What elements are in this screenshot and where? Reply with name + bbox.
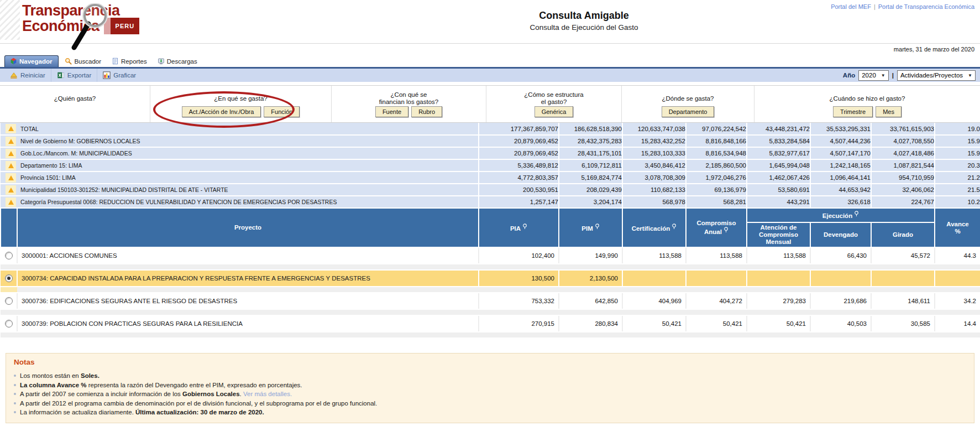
filter-trimestre-button[interactable]: Trimestre bbox=[833, 106, 873, 117]
project-row[interactable]: 3000001: ACCIONES COMUNES102,400149,9901… bbox=[1, 247, 980, 264]
note-item: A partir del 2007 se comienza a incluir … bbox=[14, 389, 966, 399]
tab-navegador[interactable]: Navegador bbox=[4, 55, 59, 67]
filter-fuente-button[interactable]: Fuente bbox=[375, 106, 408, 117]
project-row[interactable]: 3000739: POBLACION CON PRACTICAS SEGURAS… bbox=[1, 315, 980, 332]
filter-act-accion-inv-obra-button[interactable]: Act./Acción de Inv./Obra bbox=[182, 106, 261, 117]
filter-departamento-button[interactable]: Departamento bbox=[662, 106, 715, 117]
drilldown-value: 15,283,103,333 bbox=[622, 147, 686, 159]
radio-button-icon[interactable] bbox=[5, 252, 13, 259]
excel-icon bbox=[57, 71, 65, 79]
drilldown-row[interactable]: Gob.Loc./Mancom. M: MUNICIPALIDADES20,87… bbox=[1, 147, 980, 159]
drilldown-value: 2,185,860,500 bbox=[686, 159, 747, 172]
drilldown-value: 15.9 bbox=[935, 147, 980, 159]
drilldown-value: 326,618 bbox=[810, 196, 871, 208]
filter-generica-button[interactable]: Genérica bbox=[534, 106, 574, 117]
notes-title: Notas bbox=[14, 358, 966, 366]
drilldown-row[interactable]: Nivel de Gobierno M: GOBIERNOS LOCALES20… bbox=[1, 135, 980, 147]
project-value: 66,430 bbox=[810, 247, 871, 264]
project-value bbox=[622, 270, 686, 287]
project-value: 149,990 bbox=[559, 247, 622, 264]
col-header-compromiso-anual[interactable]: CompromisoAnual bbox=[686, 208, 747, 247]
project-radio[interactable] bbox=[1, 247, 17, 264]
year-select[interactable]: 2020 ▼ bbox=[858, 70, 889, 81]
project-value: 113,588 bbox=[622, 247, 686, 264]
drilldown-value: 20,879,069,452 bbox=[479, 135, 559, 147]
expand-triangle-icon[interactable] bbox=[6, 185, 16, 195]
page-title: Consulta Amigable bbox=[188, 10, 980, 22]
drilldown-value: 4,772,803,357 bbox=[479, 172, 559, 184]
project-value: 34.2 bbox=[935, 293, 980, 309]
view-select[interactable]: Actividades/Proyectos ▼ bbox=[897, 70, 976, 81]
radio-button-icon[interactable] bbox=[5, 297, 13, 305]
drilldown-value: 110,682,133 bbox=[622, 184, 686, 196]
project-value: 30,585 bbox=[871, 315, 935, 332]
drilldown-value: 954,710,959 bbox=[871, 172, 935, 184]
project-value: 50,421 bbox=[686, 315, 747, 332]
filter-rubro-button[interactable]: Rubro bbox=[411, 106, 442, 117]
col-header-certificacion[interactable]: Certificación bbox=[622, 208, 686, 247]
project-row[interactable]: 3000736: EDIFICACIONES SEGURAS ANTE EL R… bbox=[1, 293, 980, 309]
reiniciar-button[interactable]: Reiniciar bbox=[4, 69, 51, 82]
expand-triangle-icon[interactable] bbox=[6, 161, 16, 170]
drilldown-value: 15,283,432,252 bbox=[622, 135, 686, 147]
toolbar-right: Año 2020 ▼ | Actividades/Proyectos ▼ bbox=[843, 70, 976, 81]
drilldown-row[interactable]: Municipalidad 150103-301252: MUNICIPALID… bbox=[1, 184, 980, 196]
date-strip: martes, 31 de marzo del 2020 bbox=[0, 43, 980, 54]
drilldown-label: Categoría Presupuestal 0068: REDUCCION D… bbox=[20, 199, 337, 205]
drilldown-rows: TOTAL177,367,859,707186,628,518,390120,6… bbox=[1, 123, 980, 208]
drilldown-row[interactable]: TOTAL177,367,859,707186,628,518,390120,6… bbox=[1, 123, 980, 135]
radio-button-icon[interactable] bbox=[5, 274, 13, 282]
drilldown-row[interactable]: Categoría Presupuestal 0068: REDUCCION D… bbox=[1, 196, 980, 208]
drilldown-label: Municipalidad 150103-301252: MUNICIPALID… bbox=[20, 186, 228, 193]
expand-triangle-icon[interactable] bbox=[6, 149, 16, 158]
question-panel: ¿Quién gasta?¿En qué se gasta?Act./Acció… bbox=[0, 85, 980, 123]
project-value: 280,834 bbox=[559, 315, 622, 332]
drilldown-value: 33,761,615,903 bbox=[871, 123, 935, 135]
graficar-button[interactable]: Graficar bbox=[97, 69, 142, 82]
drilldown-row[interactable]: Provincia 1501: LIMA4,772,803,3575,169,8… bbox=[1, 172, 980, 184]
col-header-pim[interactable]: PIM bbox=[559, 208, 622, 247]
tab-descargas[interactable]: Descargas bbox=[153, 56, 202, 67]
project-value: 148,611 bbox=[871, 293, 935, 309]
project-value: 404,272 bbox=[686, 293, 747, 309]
exportar-button[interactable]: Exportar bbox=[51, 69, 97, 82]
year-label: Año bbox=[843, 72, 855, 79]
expand-triangle-icon[interactable] bbox=[6, 198, 16, 207]
expand-triangle-icon[interactable] bbox=[6, 124, 16, 133]
project-value: 270,915 bbox=[479, 315, 559, 332]
project-radio[interactable] bbox=[1, 270, 17, 287]
filter-mes-button[interactable]: Mes bbox=[876, 106, 902, 117]
project-radio[interactable] bbox=[1, 293, 17, 309]
pin-icon bbox=[724, 227, 729, 233]
col-header-devengado: Devengado bbox=[810, 222, 871, 247]
drilldown-value: 200,530,951 bbox=[479, 184, 559, 196]
link-portal-mef[interactable]: Portal del MEF bbox=[831, 3, 871, 10]
col-header-pia[interactable]: PIA bbox=[479, 208, 559, 247]
filter-funcion-button[interactable]: Función bbox=[264, 106, 300, 117]
tab-reportes[interactable]: Reportes bbox=[107, 56, 151, 67]
project-row[interactable]: 3000734: CAPACIDAD INSTALADA PARA LA PRE… bbox=[1, 270, 980, 287]
radio-button-icon[interactable] bbox=[5, 320, 13, 328]
link-portal-transparencia[interactable]: Portal de Transparencia Económica bbox=[878, 3, 974, 10]
col-header-avance: Avance% bbox=[935, 208, 980, 247]
download-icon bbox=[158, 58, 165, 65]
project-radio[interactable] bbox=[1, 315, 17, 332]
budget-table: TOTAL177,367,859,707186,628,518,390120,6… bbox=[0, 123, 980, 339]
project-label: 3000734: CAPACIDAD INSTALADA PARA LA PRE… bbox=[17, 270, 479, 287]
tab-buscador[interactable]: Buscador bbox=[60, 56, 106, 67]
drilldown-value: 186,628,518,390 bbox=[559, 123, 622, 135]
drilldown-value: 568,978 bbox=[622, 196, 686, 208]
logo[interactable]: Transparencia Económica PERU bbox=[22, 3, 139, 34]
drilldown-label: Departamento 15: LIMA bbox=[20, 162, 82, 169]
drilldown-row[interactable]: Departamento 15: LIMA5,336,489,8126,109,… bbox=[1, 159, 980, 172]
drilldown-value: 1,087,821,544 bbox=[871, 159, 935, 172]
col-header-ejecucion[interactable]: Ejecución bbox=[747, 208, 935, 222]
pin-icon bbox=[522, 224, 527, 230]
drilldown-value: 32,406,062 bbox=[871, 184, 935, 196]
question-label: ¿Dónde se gasta? bbox=[662, 89, 714, 108]
drilldown-value: 1,242,148,165 bbox=[810, 159, 871, 172]
project-value: 753,332 bbox=[479, 293, 559, 309]
expand-triangle-icon[interactable] bbox=[6, 173, 16, 183]
note-link-ver-mas-detalles[interactable]: Ver más detalles. bbox=[243, 391, 292, 397]
expand-triangle-icon[interactable] bbox=[6, 137, 16, 146]
